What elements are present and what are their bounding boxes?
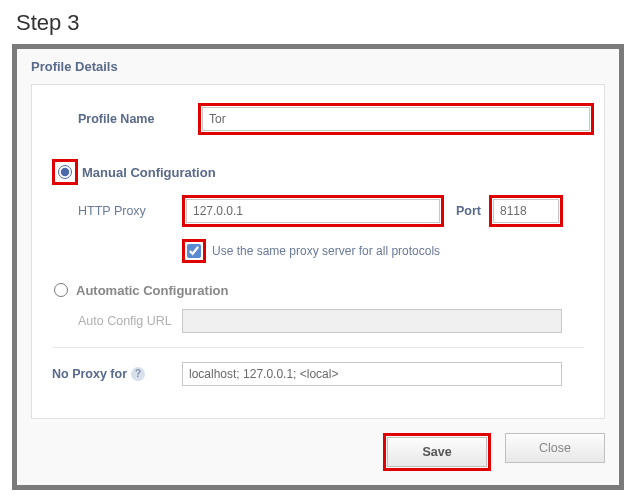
no-proxy-label: No Proxy for: [52, 367, 127, 381]
same-proxy-label: Use the same proxy server for all protoc…: [212, 244, 440, 258]
divider: [52, 347, 584, 348]
step-title: Step 3: [16, 10, 624, 36]
profile-name-input[interactable]: [202, 107, 590, 131]
profile-name-highlight: [198, 103, 594, 135]
save-highlight: Save: [383, 433, 491, 471]
http-proxy-input[interactable]: [186, 199, 440, 223]
no-proxy-row: No Proxy for ?: [52, 362, 584, 386]
close-button[interactable]: Close: [505, 433, 605, 463]
port-highlight: [489, 195, 563, 227]
auto-config-label: Automatic Configuration: [76, 283, 228, 298]
auto-url-label: Auto Config URL: [78, 314, 182, 328]
port-label: Port: [456, 204, 481, 218]
no-proxy-label-wrap: No Proxy for ?: [52, 367, 182, 381]
http-proxy-row: HTTP Proxy Port: [78, 195, 584, 227]
help-icon[interactable]: ?: [131, 367, 145, 381]
outer-panel: Profile Details Profile Name Manual Conf…: [12, 44, 624, 490]
auto-url-row: Auto Config URL: [78, 309, 584, 333]
auto-config-radio[interactable]: [54, 283, 68, 297]
button-row: Save Close: [31, 433, 605, 471]
manual-radio-highlight: [52, 159, 78, 185]
same-proxy-checkbox[interactable]: [187, 244, 201, 258]
save-button[interactable]: Save: [387, 437, 487, 467]
profile-name-label: Profile Name: [78, 112, 198, 126]
inner-panel: Profile Name Manual Configuration HTTP P…: [31, 84, 605, 419]
same-proxy-highlight: [182, 239, 206, 263]
auto-config-row: Automatic Configuration: [52, 281, 584, 299]
profile-name-row: Profile Name: [52, 103, 584, 135]
http-proxy-highlight: [182, 195, 444, 227]
http-proxy-label: HTTP Proxy: [78, 204, 182, 218]
manual-config-row: Manual Configuration: [52, 159, 584, 185]
same-proxy-row: Use the same proxy server for all protoc…: [182, 239, 584, 263]
manual-config-label: Manual Configuration: [82, 165, 216, 180]
port-input[interactable]: [493, 199, 559, 223]
fieldset-title: Profile Details: [31, 53, 605, 84]
no-proxy-input[interactable]: [182, 362, 562, 386]
manual-config-radio[interactable]: [58, 165, 72, 179]
auto-url-input[interactable]: [182, 309, 562, 333]
